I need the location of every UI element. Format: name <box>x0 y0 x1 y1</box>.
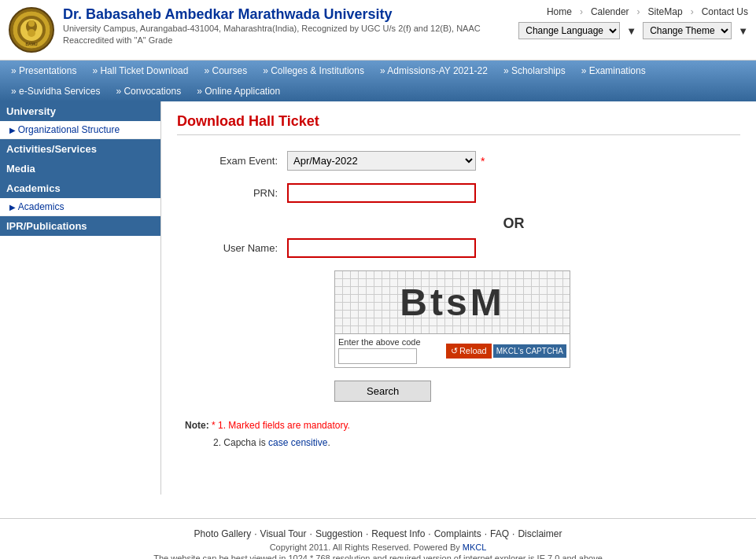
footer-suggestion[interactable]: Suggestion <box>315 528 363 539</box>
nav-item-hallticket[interactable]: Hall Ticket Download <box>84 61 196 81</box>
captcha-brand: MKCL's CAPTCHA <box>493 344 566 358</box>
svg-point-5 <box>28 29 35 37</box>
language-select[interactable]: Change Language <box>518 22 620 39</box>
university-logo: BAMU <box>8 6 55 53</box>
footer: Photo Gallery · Visual Tour · Suggestion… <box>0 518 756 559</box>
exam-event-row: Exam Event: Apr/May-2022 Oct/Nov-2021 Ap… <box>177 151 740 171</box>
calender-link[interactable]: Calender <box>591 6 629 17</box>
sidebar-section-activities[interactable]: Activities/Services <box>0 139 160 159</box>
prn-input[interactable] <box>287 183 476 203</box>
form-note: Note: * 1. Marked fields are mandatory. … <box>185 417 740 451</box>
theme-select[interactable]: Change Theme <box>643 22 732 39</box>
home-link[interactable]: Home <box>547 6 572 17</box>
exam-event-select[interactable]: Apr/May-2022 Oct/Nov-2021 Apr/May-2021 <box>287 151 476 171</box>
sidebar: University Organizational Structure Acti… <box>0 101 161 495</box>
captcha-prompt: Enter the above code <box>338 337 441 347</box>
exam-event-label: Exam Event: <box>177 155 287 167</box>
university-name: Dr. Babasaheb Ambedkar Marathwada Univer… <box>63 6 518 23</box>
main-layout: University Organizational Structure Acti… <box>0 101 756 495</box>
sitemap-link[interactable]: SiteMap <box>648 6 683 17</box>
sidebar-section-academics[interactable]: Academics <box>0 178 160 198</box>
footer-faq[interactable]: FAQ <box>490 528 509 539</box>
sidebar-section-media[interactable]: Media <box>0 159 160 178</box>
page-title: Download Hall Ticket <box>177 113 740 135</box>
exam-event-required-star: * <box>481 155 485 167</box>
nav-item-courses[interactable]: Courses <box>196 61 255 81</box>
sidebar-section-ipr[interactable]: IPR/Publications <box>0 216 160 236</box>
footer-disclaimer[interactable]: Disclaimer <box>518 528 562 539</box>
username-input[interactable] <box>287 238 476 258</box>
header-text-block: Dr. Babasaheb Ambedkar Marathwada Univer… <box>63 6 518 47</box>
footer-photo-gallery[interactable]: Photo Gallery <box>194 528 252 539</box>
captcha-code-display: BtsM <box>400 281 504 324</box>
sidebar-item-org-structure[interactable]: Organizational Structure <box>0 121 160 139</box>
theme-dropdown-icon: ▼ <box>738 25 748 37</box>
nav-item-examinations[interactable]: Examinations <box>573 61 654 81</box>
note-line2: 2. Capcha is case censitive. <box>213 437 330 448</box>
search-button[interactable]: Search <box>334 381 431 402</box>
nav-item-onlineapp[interactable]: Online Application <box>189 81 288 101</box>
university-subtitle: University Campus, Aurangabad-431004, Ma… <box>63 23 503 47</box>
content-area: Download Hall Ticket Exam Event: Apr/May… <box>161 101 756 495</box>
captcha-image: BtsM <box>335 271 570 334</box>
header-controls: Change Language ▼ Change Theme ▼ <box>518 22 748 39</box>
captcha-input[interactable] <box>338 348 417 364</box>
top-navigation: Home › Calender › SiteMap › Contact Us <box>547 6 748 17</box>
note-label: Note: <box>185 420 209 431</box>
nav-item-presentations[interactable]: Presentations <box>3 61 84 81</box>
captcha-reload-button[interactable]: ↺ Reload <box>446 344 492 359</box>
mkcl-link[interactable]: MKCL <box>463 542 487 552</box>
search-button-row: Search <box>334 381 740 402</box>
note-line1: * 1. Marked fields are mandatory. <box>212 420 350 431</box>
footer-complaints[interactable]: Complaints <box>434 528 481 539</box>
main-navigation: Presentations Hall Ticket Download Cours… <box>0 61 756 101</box>
prn-label: PRN: <box>177 187 287 199</box>
nav-item-esuvidha[interactable]: e-Suvidha Services <box>3 81 108 101</box>
nav-item-admissions[interactable]: Admissions-AY 2021-22 <box>372 61 496 81</box>
sidebar-section-university[interactable]: University <box>0 101 160 121</box>
captcha-container: BtsM Enter the above code ↺ Reload MKCL'… <box>334 270 570 368</box>
reload-icon: ↺ <box>451 346 458 356</box>
prn-row: PRN: <box>177 183 740 203</box>
or-divider: OR <box>177 215 740 232</box>
language-dropdown-icon: ▼ <box>626 25 636 37</box>
svg-text:BAMU: BAMU <box>26 42 38 46</box>
header: BAMU Dr. Babasaheb Ambedkar Marathwada U… <box>0 0 756 61</box>
nav-item-scholarships[interactable]: Scholarships <box>496 61 573 81</box>
footer-copyright: Copyright 2011. All Rights Reserved. Pow… <box>0 542 756 552</box>
header-right-controls: Home › Calender › SiteMap › Contact Us C… <box>518 6 748 39</box>
footer-request-info[interactable]: Request Info <box>371 528 425 539</box>
footer-visual-tour[interactable]: Visual Tour <box>260 528 307 539</box>
nav-item-colleges[interactable]: Colleges & Institutions <box>255 61 372 81</box>
sidebar-item-academics[interactable]: Academics <box>0 198 160 216</box>
contact-link[interactable]: Contact Us <box>702 6 748 17</box>
username-label: User Name: <box>177 242 287 254</box>
captcha-bottom-row: Enter the above code ↺ Reload MKCL's CAP… <box>335 334 570 367</box>
nav-item-convocations[interactable]: Convocations <box>108 81 189 101</box>
username-row: User Name: <box>177 238 740 258</box>
svg-point-6 <box>28 20 35 27</box>
nav-list: Presentations Hall Ticket Download Cours… <box>0 61 756 101</box>
footer-links: Photo Gallery · Visual Tour · Suggestion… <box>0 528 756 539</box>
footer-tech-note: The website can be best viewed in 1024 *… <box>0 553 756 559</box>
